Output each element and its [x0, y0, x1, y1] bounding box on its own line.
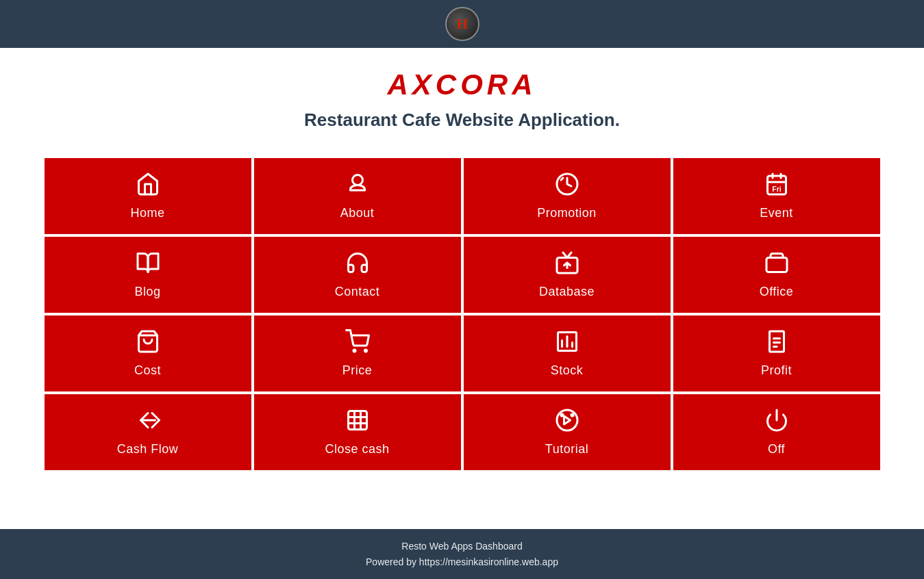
grid-item-database[interactable]: Database	[464, 237, 671, 313]
closecash-icon	[345, 408, 370, 437]
grid-item-office[interactable]: Office	[673, 237, 880, 313]
svg-point-10	[353, 350, 355, 352]
main-content: AXCORA Restaurant Cafe Website Applicati…	[0, 48, 924, 529]
closecash-label: Close cash	[325, 442, 389, 456]
footer-line2: Powered by https://mesinkasironline.web.…	[10, 554, 914, 569]
home-icon	[136, 172, 160, 201]
top-bar: H	[0, 0, 924, 48]
office-icon	[764, 250, 789, 279]
footer-line1: Resto Web Apps Dashboard	[10, 539, 914, 554]
cost-label: Cost	[134, 363, 161, 378]
price-label: Price	[342, 363, 373, 378]
app-logo: H	[445, 7, 479, 41]
blog-label: Blog	[134, 285, 160, 299]
promotion-icon	[555, 172, 579, 201]
contact-label: Contact	[335, 285, 380, 299]
grid-item-about[interactable]: About	[254, 158, 461, 234]
stock-icon	[555, 329, 579, 358]
grid-item-price[interactable]: Price	[254, 316, 461, 391]
grid-item-profit[interactable]: Profit	[673, 316, 880, 391]
grid-item-cost[interactable]: Cost	[45, 316, 251, 391]
grid-item-cashflow[interactable]: Cash Flow	[45, 394, 251, 470]
svg-point-28	[571, 414, 573, 416]
profit-label: Profit	[761, 363, 792, 378]
svg-point-27	[561, 414, 563, 416]
home-label: Home	[130, 206, 164, 220]
grid-item-event[interactable]: FriEvent	[673, 158, 880, 234]
about-icon	[345, 172, 370, 201]
svg-rect-8	[766, 258, 787, 272]
grid-item-stock[interactable]: Stock	[464, 316, 671, 391]
event-icon: Fri	[764, 172, 789, 201]
promotion-label: Promotion	[537, 206, 597, 220]
about-label: About	[340, 206, 375, 220]
svg-point-0	[352, 175, 362, 185]
price-icon	[345, 329, 370, 358]
tutorial-icon	[555, 408, 579, 437]
brand-name: AXCORA	[387, 68, 536, 101]
logo-letter: H	[456, 15, 468, 33]
svg-point-11	[364, 350, 366, 352]
grid-item-contact[interactable]: Contact	[254, 237, 461, 313]
stock-label: Stock	[551, 363, 584, 378]
menu-grid: HomeAboutPromotionFriEventBlogContactDat…	[45, 158, 880, 470]
svg-rect-21	[348, 411, 366, 430]
app-subtitle: Restaurant Cafe Website Application.	[304, 110, 620, 131]
contact-icon	[345, 250, 370, 279]
cashflow-icon	[136, 408, 160, 437]
event-label: Event	[760, 206, 793, 220]
cost-icon	[136, 329, 160, 358]
cashflow-label: Cash Flow	[117, 442, 179, 456]
blog-icon	[136, 250, 160, 279]
grid-item-off[interactable]: Off	[673, 394, 880, 470]
off-icon	[764, 408, 789, 437]
svg-point-26	[557, 410, 577, 430]
svg-text:Fri: Fri	[772, 185, 782, 193]
grid-item-promotion[interactable]: Promotion	[464, 158, 671, 234]
grid-item-closecash[interactable]: Close cash	[254, 394, 461, 470]
grid-item-tutorial[interactable]: Tutorial	[464, 394, 671, 470]
footer: Resto Web Apps Dashboard Powered by http…	[0, 529, 924, 579]
off-label: Off	[768, 442, 785, 456]
grid-item-blog[interactable]: Blog	[45, 237, 251, 313]
tutorial-label: Tutorial	[545, 442, 588, 456]
office-label: Office	[760, 285, 794, 299]
database-icon	[555, 250, 579, 279]
database-label: Database	[539, 285, 595, 299]
profit-icon	[764, 329, 789, 358]
grid-item-home[interactable]: Home	[45, 158, 251, 234]
